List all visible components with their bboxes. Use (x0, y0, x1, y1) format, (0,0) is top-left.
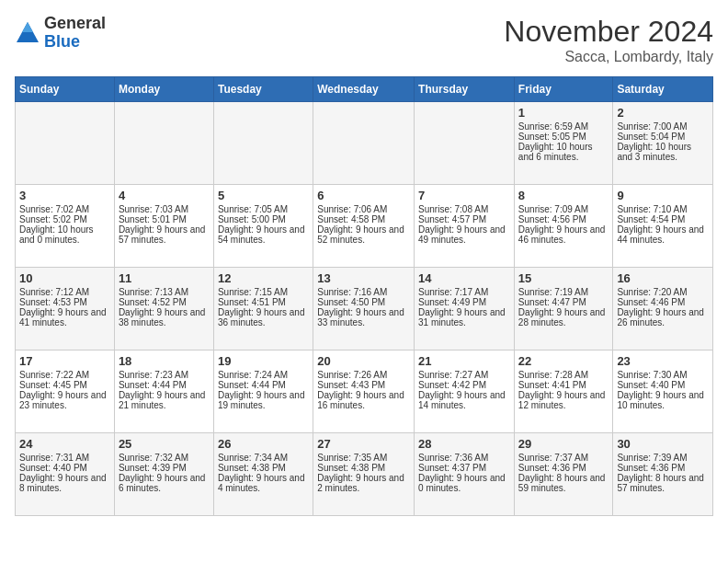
day-number: 11 (119, 271, 210, 285)
logo-icon (15, 20, 40, 46)
calendar-cell: 13Sunrise: 7:16 AMSunset: 4:50 PMDayligh… (313, 268, 415, 350)
title-block: November 2024 Sacca, Lombardy, Italy (504, 15, 713, 65)
day-info-line: Sunrise: 7:13 AM (119, 287, 210, 297)
day-info-line: Sunset: 4:40 PM (19, 463, 110, 473)
day-info-line: Daylight: 9 hours and 6 minutes. (119, 473, 210, 493)
day-info-line: Sunrise: 7:22 AM (19, 370, 110, 380)
day-info-line: Sunrise: 7:15 AM (218, 287, 309, 297)
calendar-cell: 11Sunrise: 7:13 AMSunset: 4:52 PMDayligh… (114, 268, 213, 350)
day-number: 15 (518, 271, 609, 285)
logo-general-text: General (44, 14, 106, 32)
day-info-line: Sunset: 5:01 PM (119, 214, 210, 224)
day-info-line: Daylight: 9 hours and 54 minutes. (218, 224, 309, 245)
logo-blue-text: Blue (44, 32, 80, 51)
day-info-line: Daylight: 9 hours and 31 minutes. (418, 307, 510, 327)
day-info-line: Daylight: 9 hours and 57 minutes. (119, 224, 210, 245)
day-info-line: Daylight: 8 hours and 57 minutes. (617, 473, 709, 493)
calendar-cell: 27Sunrise: 7:35 AMSunset: 4:38 PMDayligh… (313, 433, 415, 516)
day-number: 16 (617, 271, 709, 285)
weekday-header-wednesday: Wednesday (313, 77, 415, 102)
weekday-header-row: SundayMondayTuesdayWednesdayThursdayFrid… (16, 77, 713, 102)
calendar-cell: 18Sunrise: 7:23 AMSunset: 4:44 PMDayligh… (114, 350, 213, 433)
calendar-cell: 25Sunrise: 7:32 AMSunset: 4:39 PMDayligh… (114, 433, 213, 516)
weekday-header-tuesday: Tuesday (213, 77, 313, 102)
day-info-line: Sunrise: 7:32 AM (119, 453, 210, 463)
day-info-line: Daylight: 9 hours and 38 minutes. (119, 307, 210, 327)
day-info-line: Sunrise: 7:06 AM (317, 204, 410, 214)
calendar-cell: 14Sunrise: 7:17 AMSunset: 4:49 PMDayligh… (415, 268, 515, 350)
day-info-line: Daylight: 9 hours and 2 minutes. (317, 473, 410, 493)
weekday-header-friday: Friday (514, 77, 613, 102)
calendar-cell: 29Sunrise: 7:37 AMSunset: 4:36 PMDayligh… (514, 433, 613, 516)
day-info-line: Daylight: 9 hours and 14 minutes. (418, 390, 510, 410)
day-info-line: Sunrise: 7:03 AM (119, 204, 210, 214)
day-number: 14 (418, 271, 510, 285)
day-info-line: Sunrise: 7:19 AM (518, 287, 609, 297)
day-info-line: Sunset: 4:51 PM (218, 297, 309, 307)
day-info-line: Sunrise: 7:08 AM (418, 204, 510, 214)
day-info-line: Sunset: 4:36 PM (617, 463, 709, 473)
day-info-line: Daylight: 9 hours and 52 minutes. (317, 224, 410, 245)
day-info-line: Sunset: 4:49 PM (418, 297, 510, 307)
day-number: 7 (418, 189, 510, 202)
day-info-line: Daylight: 9 hours and 36 minutes. (218, 307, 309, 327)
day-info-line: Sunrise: 7:23 AM (119, 370, 210, 380)
day-info-line: Daylight: 9 hours and 33 minutes. (317, 307, 410, 327)
calendar-cell: 7Sunrise: 7:08 AMSunset: 4:57 PMDaylight… (415, 185, 515, 268)
day-info-line: Daylight: 9 hours and 16 minutes. (317, 390, 410, 410)
calendar-cell (313, 102, 415, 185)
day-info-line: Sunrise: 7:20 AM (617, 287, 709, 297)
calendar-cell: 17Sunrise: 7:22 AMSunset: 4:45 PMDayligh… (16, 350, 115, 433)
calendar-cell: 15Sunrise: 7:19 AMSunset: 4:47 PMDayligh… (514, 268, 613, 350)
day-info-line: Sunset: 4:46 PM (617, 297, 709, 307)
day-number: 12 (218, 271, 309, 285)
day-info-line: Sunrise: 7:34 AM (218, 453, 309, 463)
weekday-header-saturday: Saturday (613, 77, 713, 102)
day-number: 27 (317, 437, 410, 451)
calendar-cell: 16Sunrise: 7:20 AMSunset: 4:46 PMDayligh… (613, 268, 713, 350)
day-number: 30 (617, 437, 709, 451)
calendar-cell: 3Sunrise: 7:02 AMSunset: 5:02 PMDaylight… (16, 185, 115, 268)
day-number: 3 (19, 189, 110, 202)
day-info-line: Daylight: 9 hours and 46 minutes. (518, 224, 609, 245)
day-number: 10 (19, 271, 110, 285)
day-info-line: Sunset: 4:44 PM (218, 380, 309, 390)
day-info-line: Sunrise: 7:36 AM (418, 453, 510, 463)
day-number: 26 (218, 437, 309, 451)
day-info-line: Sunset: 4:45 PM (19, 380, 110, 390)
day-info-line: Sunset: 4:38 PM (218, 463, 309, 473)
day-number: 17 (19, 354, 110, 368)
day-info-line: Sunrise: 7:31 AM (19, 453, 110, 463)
calendar-cell: 24Sunrise: 7:31 AMSunset: 4:40 PMDayligh… (16, 433, 115, 516)
calendar-week-row: 1Sunrise: 6:59 AMSunset: 5:05 PMDaylight… (16, 102, 713, 185)
day-number: 4 (119, 189, 210, 202)
day-info-line: Daylight: 10 hours and 6 minutes. (518, 142, 609, 162)
day-number: 13 (317, 271, 410, 285)
calendar-cell (114, 102, 213, 185)
day-info-line: Sunrise: 7:17 AM (418, 287, 510, 297)
day-info-line: Sunset: 4:36 PM (518, 463, 609, 473)
day-info-line: Sunrise: 7:35 AM (317, 453, 410, 463)
day-info-line: Sunset: 4:50 PM (317, 297, 410, 307)
day-info-line: Sunset: 4:53 PM (19, 297, 110, 307)
day-number: 21 (418, 354, 510, 368)
day-info-line: Sunset: 4:56 PM (518, 214, 609, 224)
day-info-line: Sunrise: 7:10 AM (617, 204, 709, 214)
logo: General Blue (15, 15, 106, 52)
calendar-cell: 19Sunrise: 7:24 AMSunset: 4:44 PMDayligh… (213, 350, 313, 433)
day-number: 22 (518, 354, 609, 368)
day-info-line: Sunset: 4:44 PM (119, 380, 210, 390)
calendar-cell: 26Sunrise: 7:34 AMSunset: 4:38 PMDayligh… (213, 433, 313, 516)
day-info-line: Sunset: 4:40 PM (617, 380, 709, 390)
day-info-line: Sunset: 5:04 PM (617, 132, 709, 142)
day-info-line: Sunrise: 7:37 AM (518, 453, 609, 463)
day-info-line: Sunrise: 6:59 AM (518, 121, 609, 132)
calendar-cell: 5Sunrise: 7:05 AMSunset: 5:00 PMDaylight… (213, 185, 313, 268)
day-info-line: Sunrise: 7:27 AM (418, 370, 510, 380)
day-info-line: Sunset: 4:43 PM (317, 380, 410, 390)
day-info-line: Daylight: 10 hours and 3 minutes. (617, 142, 709, 162)
day-info-line: Daylight: 10 hours and 0 minutes. (19, 224, 110, 245)
calendar-cell: 6Sunrise: 7:06 AMSunset: 4:58 PMDaylight… (313, 185, 415, 268)
calendar-cell: 20Sunrise: 7:26 AMSunset: 4:43 PMDayligh… (313, 350, 415, 433)
day-number: 28 (418, 437, 510, 451)
